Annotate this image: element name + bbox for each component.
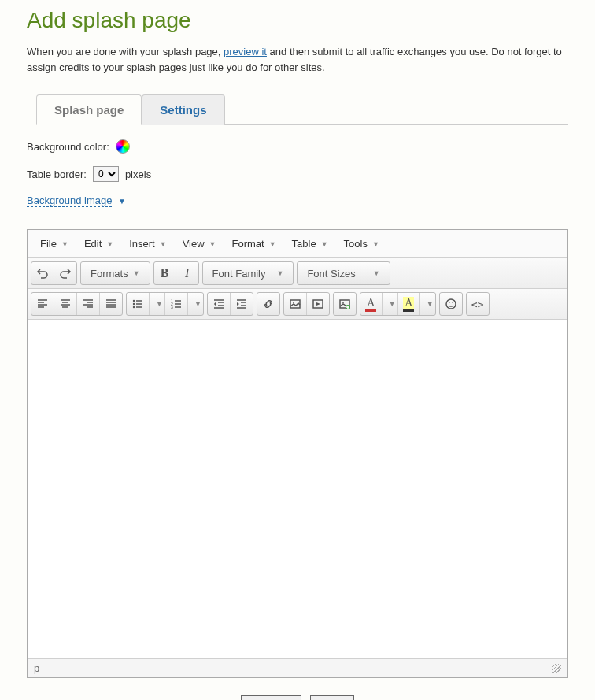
- color-picker-icon[interactable]: [116, 139, 130, 154]
- svg-point-2: [133, 306, 135, 308]
- preview-button[interactable]: Preview: [241, 695, 301, 700]
- font-sizes-dropdown[interactable]: Font Sizes▼: [298, 262, 389, 284]
- numbered-list-caret[interactable]: ▼: [188, 293, 203, 315]
- font-family-label: Font Family: [213, 268, 266, 280]
- chevron-down-icon: ▼: [118, 197, 126, 206]
- svg-point-13: [449, 302, 450, 303]
- menu-table[interactable]: Table▼: [284, 233, 336, 254]
- table-border-label: Table border:: [27, 169, 87, 180]
- align-center-button[interactable]: [54, 293, 77, 315]
- editor-toolbar-row1: Formats▼ B I Font Family▼ Font Sizes▼: [28, 258, 567, 289]
- indent-button[interactable]: [231, 293, 253, 315]
- chevron-down-icon: ▼: [209, 240, 216, 248]
- tab-splash-page[interactable]: Splash page: [36, 94, 142, 125]
- menu-tools-label: Tools: [344, 238, 368, 250]
- svg-point-10: [342, 302, 344, 303]
- align-justify-button[interactable]: [100, 293, 122, 315]
- editor-menubar: File▼ Edit▼ Insert▼ View▼ Format▼ Table▼…: [28, 230, 567, 258]
- numbered-list-button[interactable]: 123: [165, 293, 188, 315]
- bg-image-row: Background image ▼: [27, 194, 568, 210]
- menu-edit-label: Edit: [84, 238, 102, 250]
- chevron-down-icon: ▼: [427, 300, 434, 308]
- text-color-button[interactable]: A: [360, 293, 382, 315]
- menu-tools[interactable]: Tools▼: [336, 233, 387, 254]
- page-title: Add splash page: [27, 8, 568, 33]
- editor-statusbar: p: [28, 658, 567, 677]
- link-button[interactable]: [257, 293, 279, 315]
- chevron-down-icon: ▼: [156, 300, 163, 308]
- bg-color-caret[interactable]: ▼: [420, 293, 435, 315]
- text-color-label: A: [365, 297, 376, 312]
- outdent-button[interactable]: [208, 293, 231, 315]
- align-left-button[interactable]: [31, 293, 54, 315]
- image-button[interactable]: [284, 293, 307, 315]
- redo-button[interactable]: [54, 262, 76, 284]
- tabs-container: Splash page Settings: [36, 94, 568, 125]
- emoji-button[interactable]: [440, 293, 462, 315]
- font-family-dropdown[interactable]: Font Family▼: [203, 262, 294, 284]
- media-button[interactable]: [307, 293, 329, 315]
- chevron-down-icon: ▼: [133, 269, 140, 277]
- menu-table-label: Table: [292, 238, 316, 250]
- text-color-caret[interactable]: ▼: [382, 293, 398, 315]
- menu-view-label: View: [183, 238, 205, 250]
- menu-file[interactable]: File▼: [32, 233, 76, 254]
- pixels-label: pixels: [125, 169, 151, 180]
- chevron-down-icon: ▼: [269, 240, 276, 248]
- preview-link[interactable]: preview it: [224, 46, 267, 57]
- svg-point-7: [293, 302, 294, 303]
- bg-color-label: A: [403, 297, 414, 312]
- chevron-down-icon: ▼: [160, 240, 167, 248]
- source-code-button[interactable]: <>: [467, 293, 489, 315]
- bg-color-row: Background color:: [27, 139, 568, 154]
- bg-image-toggle[interactable]: Background image: [27, 194, 112, 207]
- menu-format-label: Format: [232, 238, 264, 250]
- intro-before: When you are done with your splash page,: [27, 46, 224, 57]
- menu-insert-label: Insert: [129, 238, 155, 250]
- font-sizes-label: Font Sizes: [307, 268, 355, 280]
- svg-text:3: 3: [171, 305, 173, 309]
- italic-button[interactable]: I: [176, 262, 198, 284]
- chevron-down-icon: ▼: [373, 269, 380, 277]
- image-upload-button[interactable]: [334, 293, 356, 315]
- align-right-button[interactable]: [77, 293, 100, 315]
- rich-text-editor: File▼ Edit▼ Insert▼ View▼ Format▼ Table▼…: [27, 229, 568, 678]
- svg-point-0: [133, 300, 135, 302]
- chevron-down-icon: ▼: [106, 240, 113, 248]
- intro-text: When you are done with your splash page,…: [27, 44, 568, 75]
- svg-point-14: [452, 302, 453, 303]
- menu-file-label: File: [40, 238, 57, 250]
- editor-toolbar-row2: ▼ 123 ▼ A ▼ A ▼: [28, 289, 567, 320]
- bold-button[interactable]: B: [154, 262, 176, 284]
- status-path[interactable]: p: [34, 662, 39, 674]
- chevron-down-icon: ▼: [61, 240, 68, 248]
- menu-edit[interactable]: Edit▼: [76, 233, 121, 254]
- table-border-select[interactable]: 0: [93, 166, 119, 182]
- menu-view[interactable]: View▼: [175, 233, 224, 254]
- svg-point-1: [133, 303, 135, 305]
- undo-button[interactable]: [31, 262, 54, 284]
- tab-settings[interactable]: Settings: [142, 94, 224, 125]
- svg-point-12: [446, 299, 456, 309]
- menu-insert[interactable]: Insert▼: [121, 233, 174, 254]
- formats-dropdown[interactable]: Formats▼: [81, 262, 150, 284]
- editor-content-area[interactable]: [28, 320, 567, 658]
- chevron-down-icon: ▼: [389, 300, 396, 308]
- add-button[interactable]: Add: [310, 695, 353, 700]
- bottom-buttons: Preview Add: [27, 695, 568, 700]
- bullet-list-button[interactable]: [127, 293, 150, 315]
- resize-grip-icon[interactable]: [552, 664, 561, 673]
- menu-format[interactable]: Format▼: [224, 233, 284, 254]
- chevron-down-icon: ▼: [194, 300, 201, 308]
- chevron-down-icon: ▼: [277, 269, 284, 277]
- bullet-list-caret[interactable]: ▼: [150, 293, 165, 315]
- bg-color-label: Background color:: [27, 141, 109, 153]
- table-border-row: Table border: 0 pixels: [27, 166, 568, 182]
- chevron-down-icon: ▼: [321, 240, 328, 248]
- bg-color-button[interactable]: A: [398, 293, 420, 315]
- chevron-down-icon: ▼: [372, 240, 379, 248]
- formats-label: Formats: [91, 268, 128, 280]
